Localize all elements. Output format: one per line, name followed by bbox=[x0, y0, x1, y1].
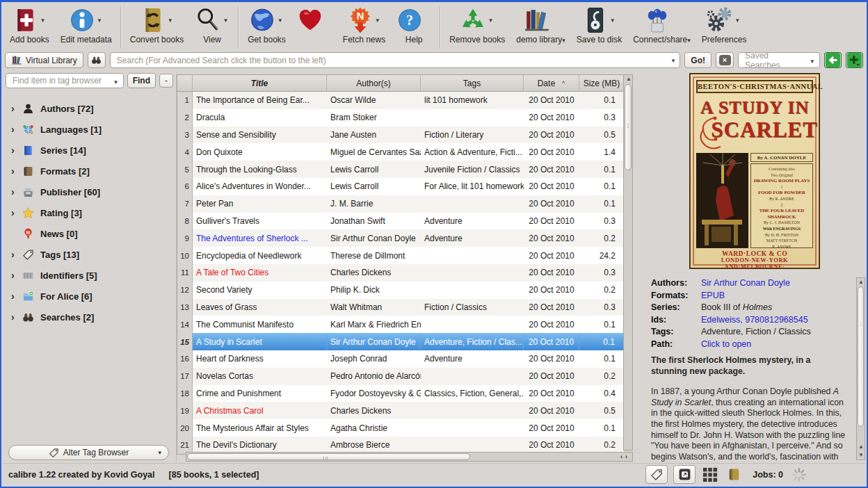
table-row[interactable]: 20 The Mysterious Affair at Styles Agath… bbox=[177, 419, 633, 437]
expander-icon[interactable]: › bbox=[11, 270, 22, 280]
table-row[interactable]: 3 Sense and Sensibility Jane Austen Fict… bbox=[177, 127, 633, 144]
table-row[interactable]: 14 The Communist Manifesto Karl Marx & F… bbox=[177, 316, 633, 333]
expander-icon[interactable]: › bbox=[11, 187, 22, 197]
expander-icon[interactable]: › bbox=[11, 104, 22, 113]
jobs-indicator[interactable]: Jobs: 0 bbox=[753, 470, 783, 480]
cell-title: Sense and Sensibility bbox=[193, 127, 327, 144]
preferences-button[interactable]: ▾ Preferences bbox=[696, 5, 753, 51]
alter-tag-browser-button[interactable]: Alter Tag Browser ▾ bbox=[8, 445, 169, 460]
advanced-search-button[interactable] bbox=[88, 52, 106, 68]
table-row[interactable]: 13 Leaves of Grass Walt Whitman Fiction … bbox=[177, 299, 633, 316]
convert-books-button[interactable]: ▾ Convert books bbox=[124, 5, 189, 51]
search-history-arrow-icon[interactable]: ▾ bbox=[672, 57, 675, 64]
cover-browser-toggle-button[interactable] bbox=[673, 465, 696, 484]
tag-browser-toggle-button[interactable] bbox=[645, 465, 668, 484]
sidebar-item-tags[interactable]: › Tags [13] bbox=[3, 244, 176, 265]
dropdown-arrow-icon[interactable]: ▾ bbox=[489, 17, 495, 24]
dropdown-arrow-icon[interactable]: ▾ bbox=[41, 17, 47, 24]
sidebar-item-publisher[interactable]: › Publisher [60] bbox=[3, 181, 176, 202]
sidebar-item-searches[interactable]: › Searches [2] bbox=[3, 307, 176, 327]
table-row[interactable]: 9 The Adventures of Sherlock ... Sir Art… bbox=[177, 229, 633, 247]
table-row[interactable]: 18 Crime and Punishment Fyodor Dostoyevs… bbox=[177, 385, 633, 402]
find-button[interactable]: Find bbox=[127, 73, 156, 88]
clear-search-button[interactable]: × bbox=[716, 52, 734, 68]
table-row[interactable]: 15 A Study in Scarlet Sir Arthur Conan D… bbox=[177, 333, 633, 350]
sidebar-item-identifiers[interactable]: › Identifiers [5] bbox=[3, 265, 176, 286]
table-row[interactable]: 21 The Devil's Dictionary Ambrose Bierce… bbox=[177, 437, 633, 454]
sidebar-item-news[interactable]: N News [0] bbox=[3, 223, 176, 244]
scroll-down-icon[interactable]: ▼ bbox=[858, 452, 864, 458]
expander-icon[interactable]: › bbox=[11, 291, 22, 301]
authors-link[interactable]: Sir Arthur Conan Doyle bbox=[701, 277, 790, 290]
cover-grid-toggle-button[interactable] bbox=[701, 466, 719, 483]
search-input[interactable] bbox=[110, 52, 681, 68]
sidebar-item-rating[interactable]: › Rating [3] bbox=[3, 202, 176, 223]
book-details-toggle-button[interactable] bbox=[725, 466, 743, 483]
dropdown-arrow-icon[interactable]: ▾ bbox=[98, 17, 104, 24]
column-header-size[interactable]: Size (MB) bbox=[579, 75, 624, 91]
ids-link[interactable]: Edelweiss, 9780812968545 bbox=[701, 314, 808, 327]
column-header-authors[interactable]: Author(s) bbox=[327, 75, 421, 91]
expander-icon[interactable]: › bbox=[11, 312, 22, 322]
table-row[interactable]: 2 Dracula Bram Stoker 20 Oct 2010 0.3 bbox=[177, 109, 633, 127]
column-header-title[interactable]: Title bbox=[193, 75, 327, 91]
book-list-vertical-scrollbar[interactable]: ▲ bbox=[623, 74, 633, 450]
get-books-button[interactable]: ▾ Get books bbox=[242, 5, 291, 51]
cell-tags: Classics, Fiction, General,... bbox=[421, 385, 524, 402]
path-link[interactable]: Click to open bbox=[701, 339, 751, 351]
table-row[interactable]: 10 Encyclopedia of Needlework Therese de… bbox=[177, 247, 633, 264]
remove-books-button[interactable]: ▾ Remove books bbox=[444, 5, 511, 51]
connect-share-button[interactable]: Connect/share▾ bbox=[627, 5, 696, 51]
sidebar-item-series[interactable]: › Series [14] bbox=[3, 140, 176, 161]
add-books-button[interactable]: ▾ Add books bbox=[4, 5, 55, 51]
details-scrollbar[interactable]: ▲ ▲ ▼ bbox=[856, 277, 865, 460]
table-row[interactable]: 7 Peter Pan J. M. Barrie 20 Oct 2010 0.1 bbox=[177, 195, 633, 213]
table-row[interactable]: 19 A Christmas Carol Charles Dickens 20 … bbox=[177, 402, 633, 419]
column-header-date[interactable]: Date^ bbox=[524, 75, 579, 91]
expander-icon[interactable]: › bbox=[11, 166, 22, 176]
table-row[interactable]: 17 Novelas Cortas Pedro Antonio de Alarc… bbox=[177, 368, 633, 385]
dropdown-arrow-icon[interactable]: ▾ bbox=[736, 17, 741, 24]
fetch-news-button[interactable]: N ▾ Fetch news bbox=[337, 5, 391, 51]
saved-searches-select[interactable]: Saved Searches ▾ bbox=[738, 52, 820, 68]
find-in-tag-browser-input[interactable]: Find item in tag browser ▾ bbox=[6, 73, 124, 88]
table-row[interactable]: 8 Gulliver's Travels Jonathan Swift Adve… bbox=[177, 213, 633, 230]
donate-button[interactable] bbox=[291, 5, 337, 51]
table-row[interactable]: 5 Through the Looking-Glass Lewis Carrol… bbox=[177, 161, 633, 178]
expander-icon[interactable]: › bbox=[11, 124, 22, 134]
save-to-disk-button[interactable]: ▾ Save to disk bbox=[571, 5, 627, 51]
collapse-all-button[interactable]: - bbox=[159, 74, 173, 88]
book-list-horizontal-scrollbar[interactable]: ‹› bbox=[186, 452, 633, 462]
book-cover[interactable]: BEETON'S·CHRISTMAS·ANNUAL A STUDY IN SCA… bbox=[690, 74, 819, 268]
go-button[interactable]: Go! bbox=[684, 52, 712, 68]
table-row[interactable]: 6 Alice's Adventures in Wonder... Lewis … bbox=[177, 178, 633, 195]
table-row[interactable]: 12 Second Variety Philip K. Dick 20 Oct … bbox=[177, 282, 633, 299]
dropdown-arrow-icon[interactable]: ▾ bbox=[611, 17, 617, 24]
expander-icon[interactable]: › bbox=[11, 250, 22, 259]
sidebar-item-for-alice[interactable]: › For Alice [6] bbox=[3, 286, 176, 307]
scroll-up-icon[interactable]: ▲ bbox=[858, 279, 864, 285]
table-row[interactable]: 4 Don Quixote Miguel de Cervantes Saa...… bbox=[177, 143, 633, 161]
expander-icon[interactable]: › bbox=[11, 145, 22, 155]
scroll-up-icon[interactable]: ▲ bbox=[626, 76, 632, 82]
toolbar-separator bbox=[440, 7, 441, 49]
format-link[interactable]: EPUB bbox=[701, 290, 725, 302]
add-saved-search-button[interactable] bbox=[846, 52, 863, 68]
scroll-left-right-icons[interactable]: ‹› bbox=[620, 453, 630, 460]
dropdown-arrow-icon[interactable]: ▾ bbox=[278, 17, 284, 24]
table-row[interactable]: 11 A Tale of Two Cities Charles Dickens … bbox=[177, 264, 633, 282]
virtual-library-button[interactable]: Virtual Library bbox=[5, 52, 83, 68]
copy-search-to-saved-button[interactable] bbox=[824, 52, 842, 68]
library-button[interactable]: demo library▾ bbox=[511, 5, 571, 51]
scroll-up-icon[interactable]: ▲ bbox=[858, 444, 864, 450]
expander-icon[interactable]: › bbox=[11, 208, 22, 218]
sidebar-item-languages[interactable]: › Languages [1] bbox=[3, 119, 176, 140]
table-row[interactable]: 1 The Importance of Being Ear... Oscar W… bbox=[177, 92, 633, 109]
column-header-tags[interactable]: Tags bbox=[421, 75, 524, 91]
sidebar-item-formats[interactable]: › Formats [2] bbox=[3, 161, 176, 181]
dropdown-arrow-icon[interactable]: ▾ bbox=[376, 17, 382, 24]
table-row[interactable]: 16 Heart of Darkness Joseph Conrad Adven… bbox=[177, 350, 633, 368]
dropdown-arrow-icon[interactable]: ▾ bbox=[168, 17, 174, 24]
jobs-spinner-icon[interactable] bbox=[791, 467, 807, 482]
sidebar-item-authors[interactable]: › Authors [72] bbox=[3, 98, 176, 119]
